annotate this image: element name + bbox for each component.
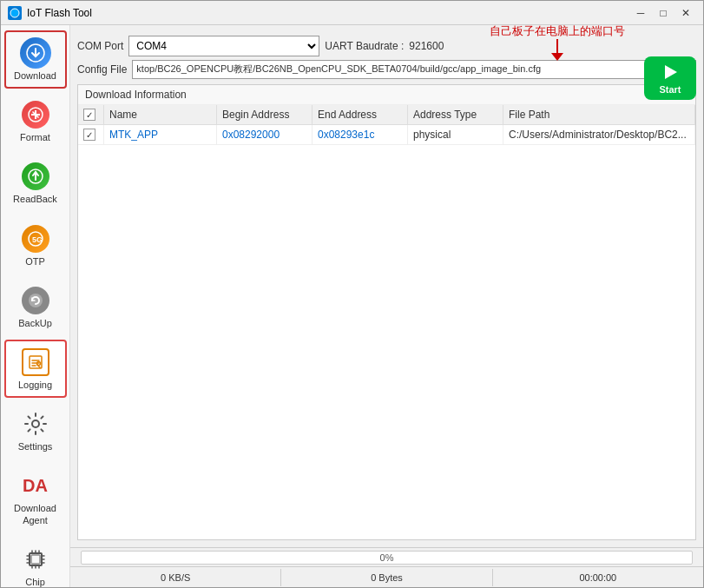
table-header-name: Name xyxy=(104,105,217,124)
progress-bar-container: 0% xyxy=(81,551,693,565)
row-type-cell: physical xyxy=(408,125,503,144)
table-row: MTK_APP 0x08292000 0x08293e1c physical C… xyxy=(78,125,695,145)
sidebar-item-download[interactable]: Download xyxy=(4,30,67,89)
table-header-path: File Path xyxy=(503,105,695,124)
main-content: 自己板子在电脑上的端口号 COM Port COM4 UART Baudrate… xyxy=(70,25,703,547)
svg-marker-29 xyxy=(665,65,677,79)
config-file-path: ktop/BC26_OPENCPU教程/BC26NB_OpenCPU_SDK_B… xyxy=(132,60,646,79)
config-file-label: Config File xyxy=(77,63,127,76)
title-bar: IoT Flash Tool ─ □ ✕ xyxy=(1,1,703,25)
content-area: 自己板子在电脑上的端口号 COM Port COM4 UART Baudrate… xyxy=(70,25,703,587)
table-body: MTK_APP 0x08292000 0x08293e1c physical C… xyxy=(78,125,695,539)
sidebar-item-otp-label: OTP xyxy=(25,256,45,268)
settings-icon xyxy=(22,410,49,438)
backup-icon-container xyxy=(20,285,51,316)
sidebar-item-format[interactable]: Format xyxy=(4,92,67,150)
table-header-begin: Begin Address xyxy=(217,105,313,124)
sidebar-item-format-label: Format xyxy=(20,132,50,143)
sidebar-item-otp[interactable]: 5G OTP xyxy=(4,216,67,274)
row-checkbox-cell xyxy=(78,125,104,144)
chip-icon-container xyxy=(20,544,51,575)
status-speed: 0 KB/S xyxy=(70,569,281,586)
sidebar-item-backup[interactable]: BackUp xyxy=(4,278,67,336)
window-controls: ─ □ ✕ xyxy=(630,4,696,22)
window-title: IoT Flash Tool xyxy=(27,7,630,19)
svg-text:5G: 5G xyxy=(32,235,43,244)
backup-icon xyxy=(22,287,49,314)
main-area: Download Format xyxy=(1,25,703,587)
status-bytes: 0 Bytes xyxy=(281,569,492,586)
sidebar-item-readback[interactable]: ReadBack xyxy=(4,154,67,212)
minimize-button[interactable]: ─ xyxy=(630,4,651,22)
row-path-cell: C:/Users/Administrator/Desktop/BC2... xyxy=(503,125,695,144)
status-bar: 0 KB/S 0 Bytes 00:00:00 xyxy=(70,566,703,587)
start-button-label: Start xyxy=(659,84,681,95)
download-info-panel: Download Information Name Begin Address … xyxy=(77,84,696,540)
sidebar-item-readback-label: ReadBack xyxy=(13,194,57,205)
svg-point-0 xyxy=(10,9,19,17)
row-name-cell: MTK_APP xyxy=(104,125,217,144)
sidebar-item-chip-label: Chip informatio. xyxy=(10,577,62,587)
svg-point-9 xyxy=(29,294,43,307)
sidebar: Download Format xyxy=(1,25,70,587)
sidebar-item-settings[interactable]: Settings xyxy=(4,401,67,459)
table-header-checkbox xyxy=(78,105,104,124)
chip-icon xyxy=(22,545,49,573)
start-button[interactable]: Start xyxy=(644,56,696,100)
readback-icon-container xyxy=(20,161,51,192)
sidebar-item-download-label: Download xyxy=(14,70,56,82)
row-checkbox[interactable] xyxy=(83,129,95,141)
da-icon: DA xyxy=(20,470,51,501)
sidebar-item-da[interactable]: DA Download Agent xyxy=(4,463,67,532)
download-icon xyxy=(20,37,51,69)
format-icon xyxy=(22,101,49,129)
progress-row: 0% xyxy=(70,547,703,566)
sidebar-item-logging[interactable]: Logging xyxy=(4,340,67,398)
annotation-text: 自己板子在电脑上的端口号 xyxy=(490,25,625,39)
annotation-arrow xyxy=(544,39,570,61)
close-button[interactable]: ✕ xyxy=(675,4,696,22)
sidebar-item-backup-label: BackUp xyxy=(18,318,52,329)
svg-rect-14 xyxy=(31,555,40,564)
da-icon-container: DA xyxy=(20,470,51,501)
status-time: 00:00:00 xyxy=(493,569,703,586)
com-port-label: COM Port xyxy=(77,40,123,52)
svg-point-12 xyxy=(32,420,39,427)
select-all-checkbox[interactable] xyxy=(83,109,95,121)
format-icon-container xyxy=(20,99,51,130)
otp-icon-container: 5G xyxy=(20,223,51,254)
baudrate-label: UART Baudrate : xyxy=(325,40,404,52)
svg-marker-28 xyxy=(551,53,563,61)
app-icon xyxy=(8,6,22,20)
annotation-container: 自己板子在电脑上的端口号 xyxy=(490,25,625,61)
logging-icon-container xyxy=(20,347,51,378)
settings-icon-container xyxy=(20,408,51,439)
config-file-row: Config File ktop/BC26_OPENCPU教程/BC26NB_O… xyxy=(77,60,696,79)
table-header-type: Address Type xyxy=(408,105,503,124)
sidebar-item-settings-label: Settings xyxy=(18,441,53,453)
row-begin-cell: 0x08292000 xyxy=(217,125,313,144)
download-info-title: Download Information xyxy=(78,85,695,105)
start-play-icon xyxy=(660,62,681,83)
otp-icon: 5G xyxy=(22,225,49,253)
app-window: IoT Flash Tool ─ □ ✕ Downlo xyxy=(0,0,704,588)
baudrate-value: 921600 xyxy=(409,40,444,52)
progress-text: 0% xyxy=(82,552,692,563)
restore-button[interactable]: □ xyxy=(653,4,674,22)
com-port-select[interactable]: COM4 xyxy=(128,36,319,56)
sidebar-item-logging-label: Logging xyxy=(18,380,52,391)
sidebar-item-chip[interactable]: Chip informatio. xyxy=(4,537,67,587)
download-icon-container xyxy=(20,37,51,69)
row-end-cell: 0x08293e1c xyxy=(313,125,408,144)
start-button-container: Start xyxy=(644,56,696,100)
sidebar-item-da-label: Download Agent xyxy=(10,503,62,525)
readback-icon xyxy=(22,162,49,190)
logging-icon xyxy=(22,348,49,376)
table-header: Name Begin Address End Address Address T… xyxy=(78,105,695,125)
table-header-end: End Address xyxy=(313,105,408,124)
